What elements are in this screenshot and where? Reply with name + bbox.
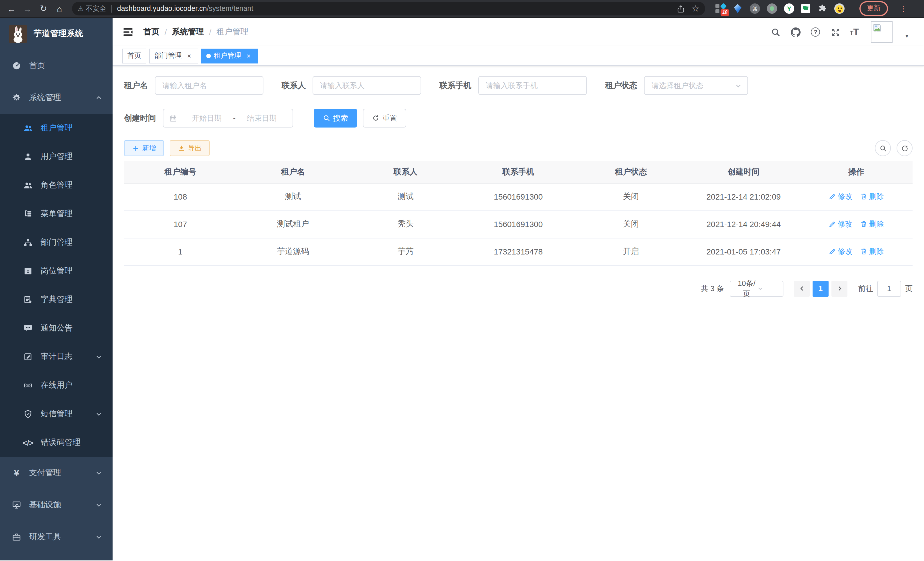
sidebar-item-audit-log[interactable]: 审计日志 [0, 343, 112, 371]
notice-bubble-icon [23, 324, 33, 333]
user-icon [23, 152, 33, 161]
browser-back-icon[interactable]: ← [4, 2, 18, 15]
page-size-select[interactable]: 10条/页 [730, 281, 783, 296]
address-bar[interactable]: ⚠ 不安全 dashboard.yudao.iocoder.cn/system/… [72, 2, 705, 15]
tag-close-icon[interactable]: × [185, 52, 193, 60]
phone-input[interactable] [478, 76, 587, 95]
export-button[interactable]: 导出 [170, 140, 210, 156]
font-size-icon[interactable]: TT [850, 28, 859, 36]
recorder-extension-icon[interactable] [767, 3, 777, 14]
edit-link[interactable]: 修改 [829, 192, 853, 202]
cell-tenant-name: 测试租户 [237, 211, 349, 238]
tag-close-icon[interactable]: × [244, 52, 253, 60]
tag-home[interactable]: 首页 [122, 48, 146, 63]
refresh-icon [372, 114, 380, 122]
sidebar-item-tenant[interactable]: 租户管理 [0, 114, 112, 142]
sidebar-item-online-user[interactable]: 在线用户 [0, 371, 112, 400]
chat-extension-icon[interactable] [801, 4, 810, 13]
breadcrumb-current: 租户管理 [217, 27, 249, 37]
sidebar-item-dept[interactable]: 部门管理 [0, 228, 112, 257]
page-size-value: 10条/页 [736, 278, 757, 299]
breadcrumb-system[interactable]: 系统管理 [172, 27, 204, 37]
tenant-name-input[interactable] [155, 76, 263, 95]
not-secure-warning-icon: ⚠ [78, 5, 83, 12]
audit-log-icon [23, 352, 33, 361]
code-icon: </> [23, 438, 33, 447]
github-icon[interactable] [790, 26, 801, 38]
show-search-toggle-button[interactable] [875, 140, 891, 156]
goto-page-input[interactable] [877, 281, 901, 296]
share-icon[interactable] [676, 4, 685, 13]
fullscreen-icon[interactable] [830, 26, 841, 38]
reset-button[interactable]: 重置 [363, 109, 406, 128]
app-logo[interactable]: 芋道管理系统 [0, 18, 112, 50]
add-button[interactable]: 新增 [124, 140, 164, 156]
sidebar-item-devtool[interactable]: 研发工具 [0, 521, 112, 553]
search-button[interactable]: 搜索 [314, 109, 357, 128]
menu-tree-icon [23, 209, 33, 218]
sidebar-item-post[interactable]: 岗位管理 [0, 257, 112, 285]
delete-link[interactable]: 删除 [860, 219, 884, 229]
reset-button-label: 重置 [382, 113, 397, 123]
help-icon[interactable]: ? [810, 26, 821, 38]
contact-input[interactable] [313, 76, 421, 95]
profile-avatar-icon[interactable] [834, 3, 844, 14]
delete-link[interactable]: 删除 [860, 192, 884, 202]
cell-tenant-id: 1 [124, 238, 237, 265]
dict-book-icon [23, 295, 33, 304]
sidebar-item-errcode[interactable]: </> 错误码管理 [0, 428, 112, 457]
delete-link[interactable]: 删除 [860, 247, 884, 257]
navbar: 首页 / 系统管理 / 租户管理 ? [112, 18, 924, 46]
avatar[interactable] [871, 21, 892, 43]
export-button-label: 导出 [188, 143, 202, 153]
browser-home-icon[interactable]: ⌂ [52, 2, 66, 15]
sidebar-item-role[interactable]: 角色管理 [0, 171, 112, 200]
security-label[interactable]: 不安全 [86, 4, 106, 14]
header-search-icon[interactable] [770, 26, 781, 38]
refresh-table-button[interactable] [897, 140, 913, 156]
chevron-left-icon [799, 285, 805, 292]
status-select[interactable]: 请选择租户状态 [644, 76, 748, 95]
search-icon [323, 114, 330, 122]
cell-status: 开启 [574, 238, 687, 265]
chrome-update-button[interactable]: 更新 [860, 1, 888, 16]
sidebar-item-dict[interactable]: 字典管理 [0, 285, 112, 314]
sidebar-item-user[interactable]: 用户管理 [0, 142, 112, 171]
sidebar-item-sms[interactable]: 短信管理 [0, 400, 112, 428]
sidebar-item-infra[interactable]: 基础设施 [0, 489, 112, 521]
page-content: 租户名 联系人 联系手机 租户状态 请选择租户状态 [112, 66, 924, 560]
sidebar-item-notice[interactable]: 通知公告 [0, 314, 112, 343]
sidebar-item-label: 支付管理 [29, 468, 61, 478]
edit-link[interactable]: 修改 [829, 247, 853, 257]
sidebar-item-home[interactable]: 首页 [0, 50, 112, 82]
sidebar: 芋道管理系统 首页 系统管理 [0, 18, 112, 560]
sidebar-item-pay[interactable]: ¥ 支付管理 [0, 457, 112, 489]
command-extension-icon[interactable]: ⌘ [750, 3, 760, 14]
page-number-1[interactable]: 1 [813, 281, 829, 296]
bookmark-star-icon[interactable]: ☆ [692, 3, 699, 14]
edit-link[interactable]: 修改 [829, 219, 853, 229]
browser-reload-icon[interactable]: ↻ [37, 2, 50, 15]
cell-created: 2021-12-14 20:49:44 [687, 211, 800, 238]
column-header: 创建时间 [687, 161, 800, 183]
hamburger-icon[interactable] [122, 26, 134, 38]
avatar-caret-icon[interactable]: ▼ [904, 33, 909, 39]
browser-menu-icon[interactable]: ⋮ [899, 4, 908, 13]
cell-contact: 芋艿 [350, 238, 462, 265]
tag-dept[interactable]: 部门管理 × [149, 48, 198, 63]
devtools-extension-icon[interactable]: 10 [716, 3, 726, 14]
date-range-picker[interactable]: 开始日期 - 结束日期 [163, 109, 293, 128]
sidebar-item-label: 基础设施 [29, 500, 61, 510]
extensions-puzzle-icon[interactable] [817, 3, 827, 14]
yuque-extension-icon[interactable]: Y [784, 3, 794, 14]
balloon-extension-icon[interactable] [733, 3, 743, 14]
sidebar-item-label: 系统管理 [29, 93, 61, 103]
next-page-button[interactable] [831, 281, 848, 296]
breadcrumb-home[interactable]: 首页 [143, 27, 159, 37]
sidebar-item-label: 研发工具 [29, 532, 61, 542]
browser-forward-icon[interactable]: → [21, 2, 34, 15]
sidebar-item-system[interactable]: 系统管理 [0, 82, 112, 114]
tag-tenant[interactable]: 租户管理 × [201, 48, 258, 63]
sidebar-item-menu[interactable]: 菜单管理 [0, 200, 112, 228]
prev-page-button[interactable] [794, 281, 810, 296]
